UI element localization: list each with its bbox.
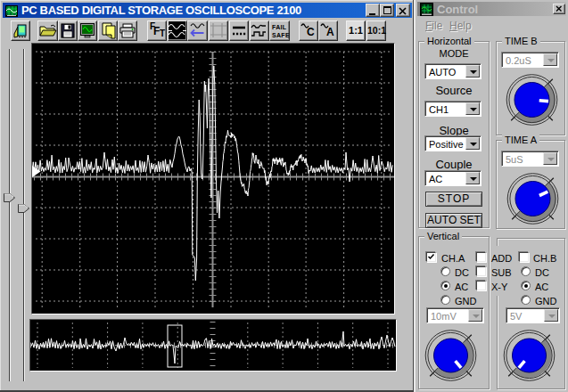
- svg-text:A: A: [326, 26, 334, 38]
- svg-text:C: C: [307, 26, 315, 38]
